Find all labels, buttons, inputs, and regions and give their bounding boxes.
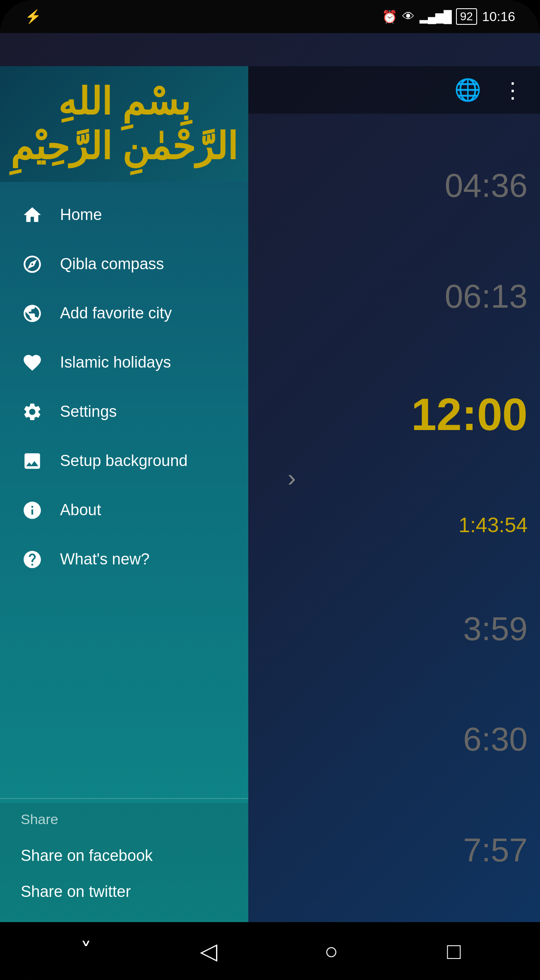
- app-header: 🌐 ⋮: [236, 66, 540, 114]
- sidebar-item-favorite-city[interactable]: Add favorite city: [0, 289, 248, 338]
- time-dhuhr: 12:00: [248, 388, 528, 440]
- status-bar: ⚡ ⏰ 👁 ▂▄▆█ 92 10:16: [0, 0, 540, 33]
- screen: 🌐 ⋮ 04:36 06:13 12:00 1:43:54 3:59 6:30 …: [0, 33, 540, 922]
- time-isha: 7:57: [248, 831, 528, 869]
- sidebar-item-about[interactable]: About: [0, 485, 248, 535]
- status-left: ⚡: [25, 9, 41, 24]
- signal-icon: ▂▄▆█: [420, 10, 451, 24]
- battery-level: 92: [456, 8, 477, 25]
- phone-frame: ⚡ ⏰ 👁 ▂▄▆█ 92 10:16 🌐 ⋮ 04:36 06:13 12:0…: [0, 0, 540, 980]
- nav-down-button[interactable]: ˅: [65, 930, 107, 972]
- drawer-menu: Home Qibla compass: [0, 182, 248, 794]
- home-label: Home: [60, 206, 102, 224]
- more-icon[interactable]: ⋮: [502, 78, 523, 103]
- drawer-header: بِسْمِ اللهِ الرَّحْمٰنِ الرَّحِيْمِ: [0, 66, 248, 182]
- info-icon: [21, 499, 43, 521]
- globe-menu-icon: [21, 302, 43, 325]
- status-right: ⏰ 👁 ▂▄▆█ 92 10:16: [382, 8, 515, 25]
- sidebar-item-background[interactable]: Setup background: [0, 436, 248, 485]
- bismillah-text: بِسْمِ اللهِ الرَّحْمٰنِ الرَّحِيْمِ: [8, 79, 240, 169]
- prayer-times-panel: 04:36 06:13 12:00 1:43:54 3:59 6:30 7:57: [236, 114, 540, 922]
- home-icon: [21, 203, 43, 226]
- share-divider: [0, 798, 248, 799]
- chevron-right-icon[interactable]: ›: [288, 464, 296, 492]
- time-fajr: 04:36: [248, 167, 528, 205]
- usb-icon: ⚡: [25, 9, 41, 24]
- nav-home-button[interactable]: ○: [311, 930, 352, 972]
- eye-icon: 👁: [402, 10, 415, 24]
- image-icon: [21, 449, 43, 472]
- heart-icon: [21, 351, 43, 374]
- sidebar-item-whats-new[interactable]: What's new?: [0, 535, 248, 584]
- share-twitter[interactable]: Share on twitter: [21, 874, 228, 910]
- holidays-label: Islamic holidays: [60, 354, 171, 371]
- sidebar-item-qibla[interactable]: Qibla compass: [0, 239, 248, 289]
- time-display: 10:16: [482, 9, 515, 24]
- gear-icon: [21, 400, 43, 423]
- time-sunrise: 06:13: [248, 277, 528, 316]
- about-label: About: [60, 501, 101, 519]
- globe-icon[interactable]: 🌐: [454, 77, 481, 103]
- time-asr: 3:59: [248, 610, 528, 648]
- alarm-icon: ⏰: [382, 10, 397, 24]
- nav-drawer: بِسْمِ اللهِ الرَّحْمٰنِ الرَّحِيْمِ Hom…: [0, 66, 248, 922]
- qibla-label: Qibla compass: [60, 255, 164, 273]
- question-icon: [21, 548, 43, 571]
- nav-recent-button[interactable]: □: [433, 930, 475, 972]
- favorite-city-label: Add favorite city: [60, 304, 172, 322]
- share-section: Share Share on facebook Share on twitter: [0, 803, 248, 922]
- whats-new-label: What's new?: [60, 550, 149, 568]
- share-heading: Share: [21, 811, 228, 827]
- sidebar-item-settings[interactable]: Settings: [0, 387, 248, 436]
- share-facebook[interactable]: Share on facebook: [21, 838, 228, 874]
- bottom-nav: ˅ ◁ ○ □: [0, 922, 540, 980]
- countdown-display: 1:43:54: [248, 513, 528, 537]
- background-label: Setup background: [60, 452, 187, 470]
- time-maghrib: 6:30: [248, 720, 528, 758]
- settings-label: Settings: [60, 403, 117, 421]
- sidebar-item-home[interactable]: Home: [0, 190, 248, 239]
- compass-icon: [21, 253, 43, 275]
- nav-back-button[interactable]: ◁: [188, 930, 229, 972]
- sidebar-item-holidays[interactable]: Islamic holidays: [0, 338, 248, 387]
